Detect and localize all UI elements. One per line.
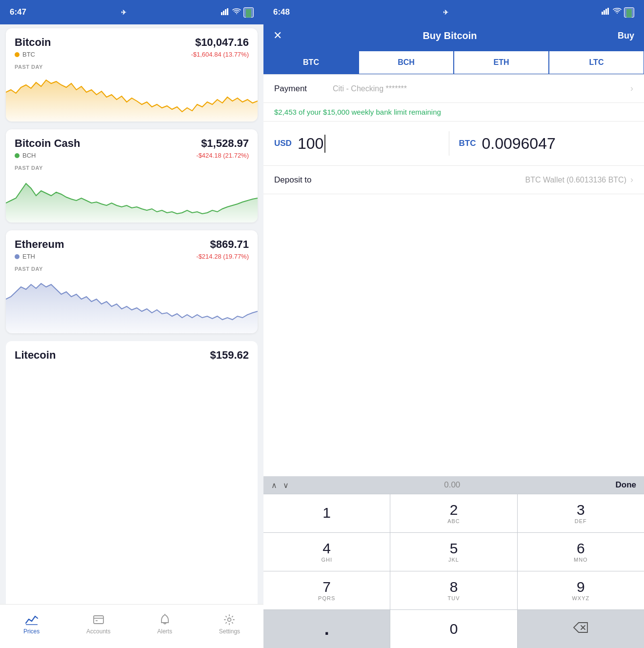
- tab-ltc[interactable]: LTC: [549, 51, 644, 74]
- eth-header: Ethereum ETH $869.71 -$214.28 (19.77%): [6, 230, 258, 264]
- numpad-grid: 1 2 ABC 3 DEF 4 GHI 5 JKL 6 MNO: [263, 494, 644, 648]
- eth-dot: [15, 254, 20, 259]
- bitcoin-change: -$1,604.84 (13.77%): [191, 51, 249, 58]
- svg-rect-10: [602, 12, 603, 15]
- bottom-nav: Prices Accounts: [0, 604, 263, 648]
- bch-info: Bitcoin Cash BCH: [15, 137, 80, 159]
- coin-tabs: BTC BCH ETH LTC: [263, 51, 644, 75]
- bitcoin-past-day: PAST DAY: [6, 62, 258, 73]
- bitcoin-header: Bitcoin BTC $10,047.16 -$1,604.84 (13.77…: [6, 28, 258, 62]
- nav-settings-label: Settings: [219, 628, 240, 635]
- payment-value: Citi - Checking *******: [333, 84, 630, 93]
- wifi-icon-right: [613, 7, 622, 17]
- deposit-value: BTC Wallet (0.6013136 BTC): [480, 176, 626, 184]
- bch-ticker: BCH: [15, 152, 80, 159]
- eth-chart: [6, 275, 258, 333]
- svg-rect-0: [221, 12, 222, 15]
- delete-icon: [573, 622, 588, 636]
- eth-price-block: $869.71 -$214.28 (19.77%): [196, 238, 249, 260]
- left-content: Bitcoin BTC $10,047.16 -$1,604.84 (13.77…: [0, 24, 263, 648]
- status-icons-left: ▓: [221, 7, 254, 18]
- litecoin-partial[interactable]: Litecoin $159.62: [6, 341, 258, 604]
- battery-icon-right: ▓: [624, 7, 634, 18]
- arrow-up-icon[interactable]: ∧: [271, 481, 277, 490]
- payment-row[interactable]: Payment Citi - Checking ******* ›: [263, 75, 644, 103]
- numpad-toolbar: ∧ ∨ 0.00 Done: [263, 476, 644, 494]
- bch-past-day: PAST DAY: [6, 163, 258, 174]
- wifi-icon-left: [232, 8, 241, 17]
- settings-icon: [223, 613, 236, 626]
- deposit-chevron-icon: ›: [630, 175, 633, 185]
- location-icon-right: ✈: [443, 9, 448, 16]
- payment-label: Payment: [274, 84, 333, 94]
- buy-button[interactable]: Buy: [618, 31, 634, 41]
- nav-prices[interactable]: Prices: [23, 613, 40, 635]
- tab-btc[interactable]: BTC: [263, 51, 359, 74]
- svg-rect-1: [223, 11, 224, 15]
- svg-rect-11: [604, 10, 605, 15]
- key-8[interactable]: 8 TUV: [390, 571, 517, 609]
- eth-name: Ethereum: [15, 238, 64, 251]
- time-left: 6:47: [10, 7, 26, 17]
- svg-rect-12: [605, 9, 607, 15]
- amount-row[interactable]: USD 100 BTC 0.0096047: [263, 122, 644, 166]
- eth-change: -$214.28 (19.77%): [196, 253, 249, 260]
- deposit-row[interactable]: Deposit to BTC Wallet (0.6013136 BTC) ›: [263, 166, 644, 194]
- usd-section: USD 100: [274, 135, 449, 153]
- svg-rect-5: [94, 616, 103, 624]
- usd-label: USD: [274, 139, 292, 148]
- key-1[interactable]: 1: [263, 494, 390, 532]
- usd-amount[interactable]: 100: [298, 135, 325, 153]
- eth-past-day: PAST DAY: [6, 264, 258, 275]
- bitcoin-cash-card[interactable]: Bitcoin Cash BCH $1,528.97 -$424.18 (21.…: [6, 129, 258, 223]
- key-6[interactable]: 6 MNO: [518, 533, 644, 571]
- prices-icon: [25, 613, 38, 626]
- status-bar-right: 6:48 ✈ ▓: [263, 0, 644, 24]
- svg-rect-13: [607, 8, 609, 15]
- ethereum-card[interactable]: Ethereum ETH $869.71 -$214.28 (19.77%) P…: [6, 230, 258, 333]
- bch-header: Bitcoin Cash BCH $1,528.97 -$424.18 (21.…: [6, 129, 258, 163]
- arrow-down-icon[interactable]: ∨: [283, 481, 289, 490]
- key-5[interactable]: 5 JKL: [390, 533, 517, 571]
- close-button[interactable]: ✕: [273, 29, 282, 42]
- bch-price-block: $1,528.97 -$424.18 (21.72%): [196, 137, 249, 159]
- buy-bitcoin-header: ✕ Buy Bitcoin Buy: [263, 24, 644, 51]
- nav-accounts[interactable]: Accounts: [86, 613, 110, 635]
- key-0[interactable]: 0: [390, 610, 517, 648]
- tab-eth[interactable]: ETH: [454, 51, 549, 74]
- nav-alerts[interactable]: Alerts: [157, 613, 172, 635]
- bitcoin-card[interactable]: Bitcoin BTC $10,047.16 -$1,604.84 (13.77…: [6, 28, 258, 122]
- bitcoin-price: $10,047.16: [191, 36, 249, 49]
- key-2[interactable]: 2 ABC: [390, 494, 517, 532]
- numpad-done-button[interactable]: Done: [616, 480, 637, 490]
- form-spacer: [263, 194, 644, 476]
- nav-accounts-label: Accounts: [86, 628, 110, 635]
- bitcoin-price-block: $10,047.16 -$1,604.84 (13.77%): [191, 36, 249, 58]
- key-delete[interactable]: [518, 610, 644, 648]
- numpad-arrows: ∧ ∨: [271, 481, 289, 490]
- bch-chart: [6, 174, 258, 223]
- header-title: Buy Bitcoin: [423, 30, 477, 41]
- key-7[interactable]: 7 PQRS: [263, 571, 390, 609]
- bch-name: Bitcoin Cash: [15, 137, 80, 150]
- key-dot[interactable]: .: [263, 610, 390, 648]
- left-panel: 6:47 ✈ ▓ Bitcoin BTC: [0, 0, 263, 648]
- key-9[interactable]: 9 WXYZ: [518, 571, 644, 609]
- battery-icon-left: ▓: [243, 7, 254, 18]
- eth-price: $869.71: [196, 238, 249, 251]
- location-icon-left: ✈: [121, 9, 126, 16]
- numpad-display: 0.00: [289, 480, 616, 490]
- btc-section: BTC 0.0096047: [449, 135, 634, 153]
- key-3[interactable]: 3 DEF: [518, 494, 644, 532]
- nav-alerts-label: Alerts: [157, 628, 172, 635]
- nav-settings[interactable]: Settings: [219, 613, 240, 635]
- signal-icon-right: [602, 7, 610, 17]
- nav-prices-label: Prices: [23, 628, 40, 635]
- payment-chevron-icon: ›: [630, 83, 633, 94]
- tab-bch[interactable]: BCH: [359, 51, 454, 74]
- right-panel: 6:48 ✈ ▓ ✕ Buy Bitcoin Buy BTC BCH ETH L…: [263, 0, 644, 648]
- time-right: 6:48: [273, 7, 290, 17]
- bitcoin-dot: [15, 52, 20, 57]
- key-4[interactable]: 4 GHI: [263, 533, 390, 571]
- bch-price: $1,528.97: [196, 137, 249, 150]
